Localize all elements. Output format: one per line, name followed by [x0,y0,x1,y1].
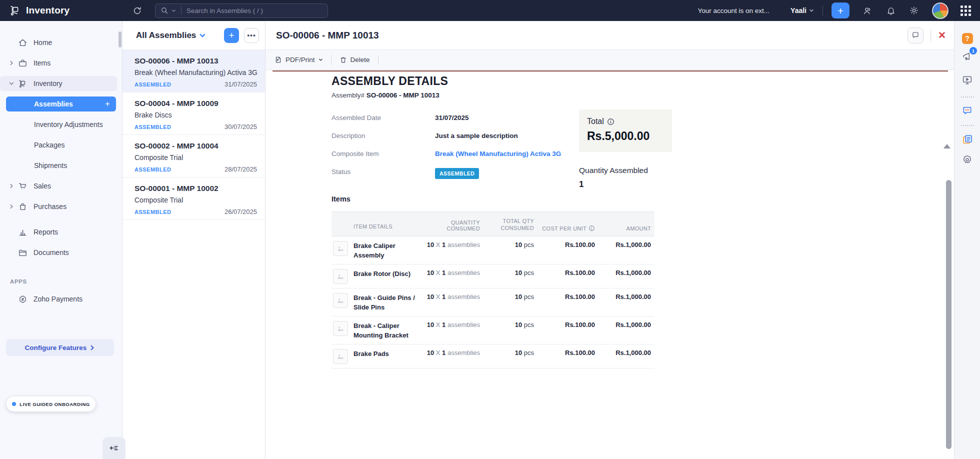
sidebar-item-shipments[interactable]: Shipments [6,158,116,173]
sidebar-item-sales[interactable]: Sales [0,178,119,194]
status-badge: ASSEMBLED [435,168,479,179]
search-bar[interactable]: Search in Assemblies ( / ) [155,4,328,18]
pdf-print-label: PDF/Print [286,56,315,64]
sidebar-item-inventory[interactable]: Inventory [0,76,117,91]
page-title: SO-00006 - MMP 10013 [276,30,379,41]
assembly-number-value: SO-00006 - MMP 10013 [366,92,440,99]
item-row: Brake Pads 10 X 1 assemblies 10 pcs Rs.1… [332,344,654,368]
account-notice[interactable]: Your account is on ext... [698,7,770,14]
video-tutorials-button[interactable] [962,74,973,86]
new-assembly-button[interactable]: + [224,28,239,43]
delete-button[interactable]: Delete [338,56,372,64]
toolbar-divider [331,55,332,65]
settings-gear-icon[interactable] [909,6,919,16]
users-icon[interactable] [862,6,873,16]
list-filter-dropdown[interactable]: All Assemblies [136,30,206,40]
configure-features-label: Configure Features [25,344,87,352]
sidebar-item-home[interactable]: Home [0,35,119,50]
list-panel-header: All Assemblies + ••• [122,21,265,50]
item-image-placeholder-icon [333,241,348,256]
info-icon [588,225,595,232]
rail-divider [961,125,974,126]
org-switcher[interactable]: Yaali [790,6,814,14]
col-quantity-consumed: QUANTITY CONSUMED [420,220,480,232]
list-item-so-00001[interactable]: SO-00001 - MMP 10002 Composite Trial ASS… [122,178,265,220]
item-total-qty: 10 pcs [480,349,534,356]
sidebar-item-purchases[interactable]: Purchases [0,199,119,214]
resources-button[interactable] [962,134,974,146]
apps-grid-icon[interactable] [960,6,971,16]
item-cost-per-unit: Rs.100.00 [534,293,595,300]
help-button[interactable]: ? [962,33,973,44]
sidebar-item-label: Purchases [34,202,66,210]
item-amount: Rs.1,000.00 [595,241,651,248]
quick-create-button[interactable]: + [832,2,850,18]
refresh-icon[interactable] [132,6,142,16]
support-button[interactable] [962,154,973,166]
item-amount: Rs.1,000.00 [595,269,651,276]
list-more-button[interactable]: ••• [244,28,259,43]
topbar-right: Your account is on ext... Yaali + [698,2,980,19]
pdf-print-button[interactable]: PDF/Print [272,56,325,64]
list-item-so-00006[interactable]: SO-00006 - MMP 10013 Break (Wheel Manufa… [122,50,265,92]
status-badge: ASSEMBLED [134,166,172,172]
avatar[interactable] [932,2,948,19]
chat-support-button[interactable] [962,105,973,116]
live-onboarding-button[interactable]: LIVE GUIDED ONBOARDING [6,396,96,412]
zoho-payments-icon [18,294,28,304]
sidebar-scrollbar[interactable] [118,32,122,48]
comments-button[interactable] [908,28,924,44]
notifications-bell-icon[interactable] [886,6,896,16]
status-badge: ASSEMBLED [134,124,172,130]
app-logo[interactable]: Inventory [0,4,132,16]
sidebar: Home Items Inventory Assemblies + Invent… [0,21,122,459]
assembly-number: SO-00002 - MMP 10004 [134,142,257,150]
col-item-details: ITEM DETAILS [354,222,420,232]
list-item-so-00002[interactable]: SO-00002 - MMP 10004 Composite Trial ASS… [122,135,265,178]
search-scope-chevron-icon[interactable] [172,8,176,13]
scrollbar-thumb[interactable] [946,180,952,449]
assembly-date: 30/07/2025 [224,123,257,130]
sidebar-item-packages[interactable]: Packages [6,138,116,152]
sidebar-item-label: Reports [34,228,58,236]
item-total-qty: 10 pcs [480,241,534,248]
sidebar-item-documents[interactable]: Documents [0,245,119,260]
item-name: Brake Rotor (Disc) [354,269,420,278]
sidebar-item-label: Inventory Adjustments [34,120,103,128]
list-item-so-00004[interactable]: SO-00004 - MMP 10009 Brake Discs ASSEMBL… [122,92,265,135]
sidebar-item-label: Zoho Payments [34,295,82,303]
announcements-button[interactable]: 1 [962,50,973,62]
support-icon [962,154,973,166]
sidebar-item-zoho-payments[interactable]: Zoho Payments [0,292,119,306]
chevron-down-icon [318,58,323,62]
chevron-down-icon [809,8,814,13]
composite-item-link[interactable]: Break (Wheel Manufacturing) Activa 3G [435,150,561,158]
assembly-name: Break (Wheel Manufacturing) Activa 3G [134,68,257,76]
col-amount: AMOUNT [595,226,651,232]
status-label: Status [332,168,435,176]
items-section-label: Items [332,195,954,203]
sidebar-item-inventory-adjustments[interactable]: Inventory Adjustments [6,117,116,132]
close-icon[interactable]: ✕ [938,30,946,40]
topbar: Inventory Search in Assemblies ( / ) You… [0,0,980,21]
configure-features-button[interactable]: Configure Features [6,339,114,356]
chevron-down-icon [9,81,16,86]
collapse-sidebar-button[interactable] [102,437,126,459]
scroll-up-arrow[interactable] [944,144,950,148]
add-assembly-icon[interactable]: + [105,99,110,109]
assembly-date: 31/07/2025 [224,80,257,88]
sidebar-item-assemblies[interactable]: Assemblies + [6,96,116,112]
status-badge: ASSEMBLED [134,82,172,88]
info-icon[interactable] [607,118,614,126]
detail-header: SO-00006 - MMP 10013 ✕ [266,21,954,50]
toolbar-divider [378,55,378,65]
sidebar-item-label: Documents [34,248,69,256]
sidebar-item-reports[interactable]: Reports [0,224,119,240]
item-image-placeholder-icon [333,321,348,336]
assembly-number-label: Assembly# [332,92,364,99]
trash-icon [340,56,347,64]
document-heading: ASSEMBLY DETAILS [332,74,954,88]
reports-icon [18,228,28,237]
sidebar-item-items[interactable]: Items [0,56,119,70]
search-input[interactable]: Search in Assemblies ( / ) [186,7,263,14]
